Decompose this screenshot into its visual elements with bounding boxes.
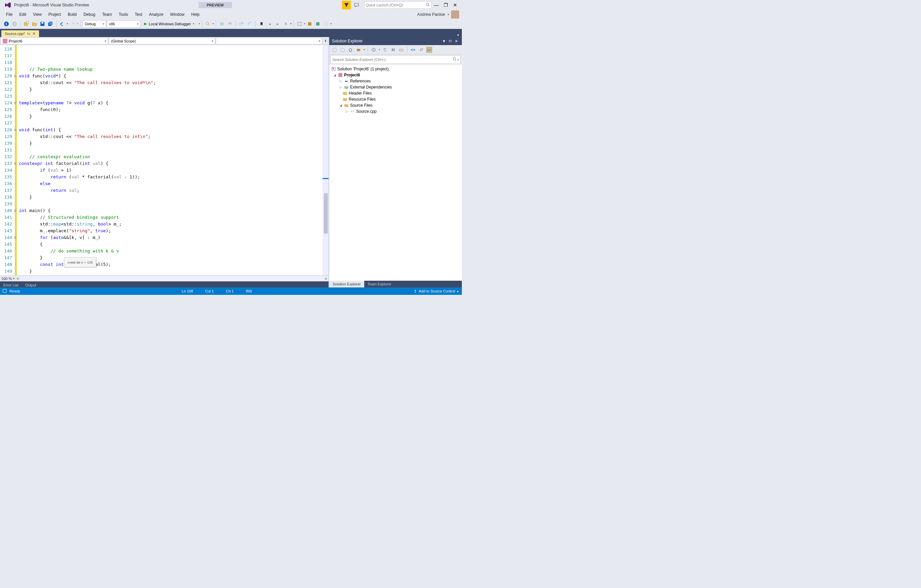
- tool-icon2[interactable]: [306, 20, 313, 28]
- sx-refresh-button[interactable]: [390, 47, 396, 53]
- save-all-button[interactable]: [47, 20, 54, 28]
- external-deps-node[interactable]: ▷ External Dependencies: [329, 84, 462, 90]
- solution-node[interactable]: Solution 'Project6' (1 project): [329, 66, 462, 72]
- arrow-left-icon[interactable]: ◂: [16, 276, 18, 281]
- menu-debug[interactable]: Debug: [80, 11, 99, 18]
- open-file-button[interactable]: [31, 20, 38, 28]
- code-content[interactable]: // Two-phase name lookup⊟void func(void*…: [17, 45, 322, 275]
- collapse-all-icon[interactable]: [398, 47, 404, 53]
- feedback-icon[interactable]: [352, 1, 361, 10]
- arrow-right-icon[interactable]: ▸: [325, 276, 327, 281]
- indent-button[interactable]: [238, 20, 246, 28]
- tool-icon4[interactable]: [322, 20, 330, 28]
- project-node[interactable]: ◢ Project6: [329, 72, 462, 78]
- sx-forward-button[interactable]: ◯: [339, 47, 345, 53]
- source-files-node[interactable]: ◢ Source Files: [329, 102, 462, 108]
- start-debug-button[interactable]: ▶ Local Windows Debugger ▾: [141, 20, 197, 28]
- panel-menu-button[interactable]: ▼: [441, 39, 447, 43]
- notifications-icon[interactable]: [342, 1, 351, 10]
- collapse-arrow-icon[interactable]: ▷: [338, 80, 343, 83]
- search-icon: [453, 57, 457, 62]
- platform-combo[interactable]: x86: [107, 20, 140, 28]
- vertical-scrollbar[interactable]: [322, 45, 329, 275]
- svg-line-2: [428, 5, 430, 6]
- collapse-arrow-icon[interactable]: ▷: [345, 110, 349, 113]
- undo-button[interactable]: [59, 20, 66, 28]
- maximize-button[interactable]: ❐: [441, 0, 451, 10]
- user-name[interactable]: Andrew Pardoe: [415, 12, 447, 17]
- prev-bookmark-button[interactable]: ◂: [266, 20, 273, 28]
- save-button[interactable]: [39, 20, 46, 28]
- find-button[interactable]: [204, 20, 212, 28]
- close-tab-icon[interactable]: ✕: [32, 31, 36, 36]
- project-scope-combo[interactable]: Project6: [0, 37, 108, 44]
- tool-icon[interactable]: [296, 20, 303, 28]
- menu-help[interactable]: Help: [188, 11, 203, 18]
- code-view-icon[interactable]: <>: [410, 47, 416, 53]
- solution-tree[interactable]: Solution 'Project6' (1 project) ◢ Projec…: [329, 65, 462, 281]
- code-editor[interactable]: 1161171181191201211221231241251261271281…: [0, 45, 329, 275]
- tasks-icon[interactable]: [3, 289, 7, 294]
- show-all-icon[interactable]: —: [426, 47, 432, 53]
- pin-panel-icon[interactable]: ⊓: [447, 39, 453, 44]
- nav-forward-button[interactable]: [11, 20, 18, 28]
- scope-combo[interactable]: (Global Scope): [109, 37, 215, 44]
- menu-view[interactable]: View: [29, 11, 45, 18]
- sync-icon[interactable]: [382, 47, 388, 53]
- outdent-button[interactable]: [246, 20, 254, 28]
- chevron-down-icon[interactable]: ▼: [447, 13, 450, 16]
- uncomment-button[interactable]: [226, 20, 234, 28]
- source-file-node[interactable]: ▷ ++ Source.cpp: [329, 108, 462, 114]
- comment-button[interactable]: [218, 20, 226, 28]
- play-icon: ▶: [144, 21, 147, 26]
- tool-icon3[interactable]: [314, 20, 322, 28]
- source-control-button[interactable]: Add to Source Control: [419, 289, 455, 293]
- references-node[interactable]: ▷ ▪▪ References: [329, 78, 462, 84]
- properties-icon[interactable]: [418, 47, 424, 53]
- redo-button[interactable]: [69, 20, 76, 28]
- menu-analyze[interactable]: Analyze: [146, 11, 167, 18]
- user-avatar[interactable]: [451, 10, 459, 18]
- quick-launch[interactable]: [364, 2, 431, 9]
- menu-project[interactable]: Project: [45, 11, 64, 18]
- expand-arrow-icon[interactable]: ◢: [333, 73, 337, 77]
- scrollbar-thumb[interactable]: [324, 193, 328, 234]
- menu-test[interactable]: Test: [132, 11, 146, 18]
- solution-explorer-search[interactable]: ▾: [330, 55, 460, 64]
- bookmark-button[interactable]: [258, 20, 265, 28]
- menu-file[interactable]: File: [3, 11, 16, 18]
- collapse-arrow-icon[interactable]: ▷: [338, 86, 343, 89]
- next-bookmark-button[interactable]: ▸: [274, 20, 282, 28]
- close-button[interactable]: ✕: [451, 0, 460, 10]
- menu-window[interactable]: Window: [167, 11, 188, 18]
- close-panel-icon[interactable]: ✕: [453, 39, 459, 44]
- menu-build[interactable]: Build: [64, 11, 80, 18]
- minimize-button[interactable]: —: [431, 0, 441, 10]
- member-combo[interactable]: [216, 37, 322, 44]
- publish-icon[interactable]: ↥: [414, 289, 417, 294]
- header-files-node[interactable]: Header Files: [329, 90, 462, 96]
- tab-overflow-button[interactable]: ▼: [454, 33, 462, 37]
- expand-arrow-icon[interactable]: ◢: [338, 104, 343, 107]
- new-project-button[interactable]: [23, 20, 30, 28]
- resource-files-node[interactable]: Resource Files: [329, 96, 462, 102]
- clear-bookmarks-button[interactable]: ✕: [282, 20, 290, 28]
- menu-team[interactable]: Team: [99, 11, 115, 18]
- sx-search-input[interactable]: [332, 58, 453, 62]
- quick-launch-input[interactable]: [366, 3, 426, 7]
- status-bar: Ready Ln 108 Col 1 Ch 1 INS ↥ Add to Sou…: [0, 288, 462, 295]
- pin-icon[interactable]: ⮀: [27, 32, 30, 36]
- menu-edit[interactable]: Edit: [16, 11, 29, 18]
- document-tab[interactable]: Source.cpp* ⮀ ✕: [2, 30, 39, 37]
- menu-tools[interactable]: Tools: [116, 11, 132, 18]
- folder-icon: [343, 97, 347, 102]
- horizontal-scrollbar[interactable]: [20, 276, 324, 281]
- home-icon[interactable]: [347, 47, 353, 53]
- sx-back-button[interactable]: ◯: [331, 47, 337, 53]
- split-editor-button[interactable]: ⬍: [322, 37, 329, 45]
- sx-pending-button[interactable]: [371, 47, 377, 53]
- nav-back-button[interactable]: [3, 20, 10, 28]
- config-combo[interactable]: Debug: [83, 20, 106, 28]
- sx-scope-button[interactable]: [355, 47, 361, 53]
- zoom-combo[interactable]: 100 % ▾: [2, 277, 15, 281]
